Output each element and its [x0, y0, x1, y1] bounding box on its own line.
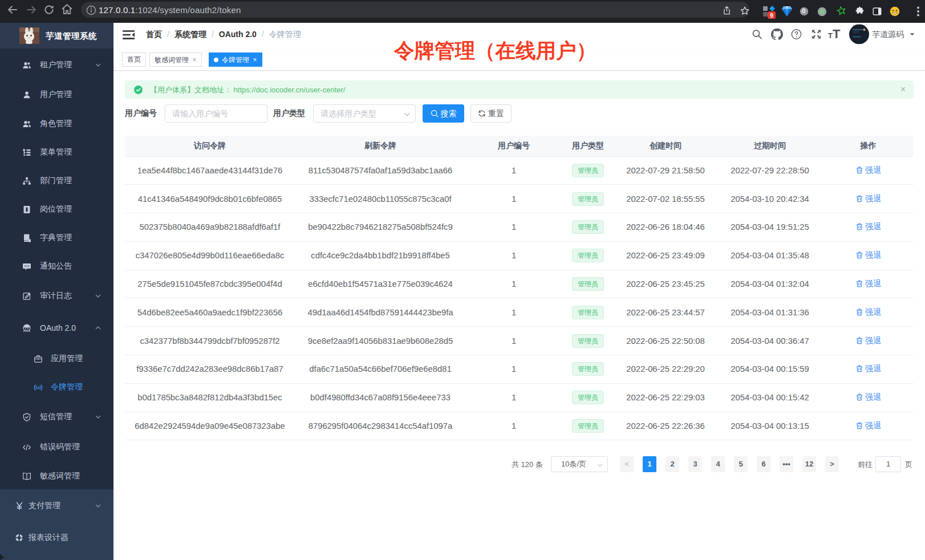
svg-text:a: a [37, 385, 39, 389]
svg-text:9: 9 [770, 13, 773, 19]
